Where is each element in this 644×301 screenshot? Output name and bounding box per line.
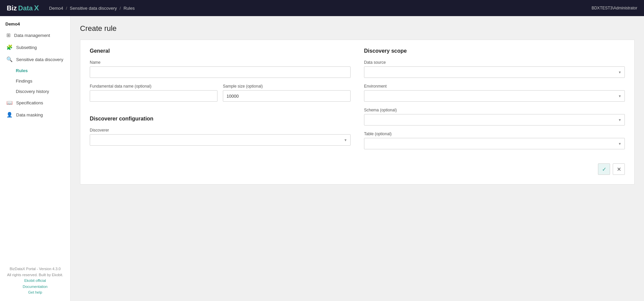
sidebar: Demo4 ⊞ Data management 🧩 Subsetting 🔍 S… (0, 16, 71, 301)
fundamental-data-name-group: Fundamental data name (optional) (90, 84, 217, 102)
sidebar-item-rules[interactable]: Rules (0, 65, 70, 76)
sidebar-item-subsetting[interactable]: 🧩 Subsetting (0, 41, 70, 53)
breadcrumb-demo4[interactable]: Demo4 (49, 6, 63, 11)
breadcrumb-sep-1: / (66, 6, 67, 11)
confirm-icon: ✓ (602, 166, 606, 172)
app-logo: BizDataX (7, 4, 39, 12)
form-actions: ✓ ✕ (90, 163, 625, 175)
sidebar-footer: BizDataX Portal - Version 4.3.0 All righ… (0, 261, 70, 301)
name-group: Name (90, 60, 351, 78)
environment-label: Environment (364, 84, 625, 89)
sidebar-project-title: Demo4 (0, 16, 70, 29)
sidebar-item-label-subsetting: Subsetting (16, 45, 37, 50)
environment-select-wrap: ▼ (364, 90, 625, 102)
sample-size-group: Sample size (optional) (223, 84, 351, 102)
data-source-group: Data source ▼ (364, 60, 625, 78)
table-select[interactable] (364, 138, 625, 149)
discoverer-select[interactable] (90, 134, 351, 146)
sidebar-item-label-discovery-history: Discovery history (16, 89, 49, 94)
discoverer-group: Discoverer ▼ (90, 128, 351, 146)
sidebar-item-label-sensitive-data: Sensitive data discovery (16, 57, 63, 62)
general-section-title: General (90, 48, 351, 54)
top-navigation: BizDataX Demo4 / Sensitive data discover… (0, 0, 644, 16)
environment-group: Environment ▼ (364, 84, 625, 102)
schema-label: Schema (optional) (364, 108, 625, 112)
fundamental-data-name-label: Fundamental data name (optional) (90, 84, 217, 89)
table-label: Table (optional) (364, 132, 625, 136)
main-content: Create rule General Name Fundamental dat… (71, 16, 644, 301)
logo-data: Data (18, 4, 33, 12)
sidebar-item-label-rules: Rules (16, 68, 28, 73)
data-source-select[interactable] (364, 66, 625, 78)
footer-link-get-help[interactable]: Get help (5, 290, 65, 296)
specifications-icon: 📖 (6, 100, 13, 106)
breadcrumb-sensitive-data[interactable]: Sensitive data discovery (70, 6, 117, 11)
data-source-label: Data source (364, 60, 625, 65)
footer-rights: All rights reserved. Built by Ekobit. (5, 272, 65, 278)
schema-select-wrap: ▼ (364, 114, 625, 126)
logo-x: X (34, 4, 39, 12)
sidebar-item-label-data-management: Data management (14, 33, 50, 38)
footer-version: BizDataX Portal - Version 4.3.0 (5, 266, 65, 272)
page-title: Create rule (80, 24, 635, 33)
sidebar-item-label-findings: Findings (16, 79, 32, 84)
sidebar-item-data-management[interactable]: ⊞ Data management (0, 29, 70, 41)
sidebar-item-sensitive-data-discovery[interactable]: 🔍 Sensitive data discovery (0, 53, 70, 65)
discoverer-label: Discoverer (90, 128, 351, 133)
fundamental-data-name-input[interactable] (90, 90, 217, 102)
data-masking-icon: 👤 (6, 112, 13, 118)
subsetting-icon: 🧩 (6, 44, 13, 50)
name-label: Name (90, 60, 351, 65)
general-section: General Name Fundamental data name (opti… (90, 48, 351, 155)
sample-size-label: Sample size (optional) (223, 84, 351, 89)
discovery-scope-section: Discovery scope Data source ▼ Environmen… (364, 48, 625, 155)
table-select-wrap: ▼ (364, 138, 625, 149)
discoverer-select-wrap: ▼ (90, 134, 351, 146)
data-source-select-wrap: ▼ (364, 66, 625, 78)
sidebar-item-findings[interactable]: Findings (0, 76, 70, 86)
discoverer-config-title: Discoverer configuration (90, 116, 351, 122)
sample-size-input[interactable] (223, 90, 351, 102)
footer-link-documentation[interactable]: Documentation (5, 284, 65, 290)
discoverer-config-section: Discoverer configuration Discoverer ▼ (90, 116, 351, 146)
breadcrumb: Demo4 / Sensitive data discovery / Rules (49, 6, 135, 11)
table-group: Table (optional) ▼ (364, 132, 625, 149)
name-input[interactable] (90, 66, 351, 78)
schema-group: Schema (optional) ▼ (364, 108, 625, 126)
sidebar-item-data-masking[interactable]: 👤 Data masking (0, 109, 70, 121)
breadcrumb-sep-2: / (120, 6, 121, 11)
sidebar-item-label-specifications: Specifications (16, 100, 43, 105)
logo-biz: Biz (7, 4, 17, 12)
data-management-icon: ⊞ (6, 32, 11, 38)
schema-select[interactable] (364, 114, 625, 126)
cancel-button[interactable]: ✕ (613, 163, 625, 175)
footer-link-ekobit[interactable]: Ekobit official (5, 278, 65, 284)
sidebar-item-label-data-masking: Data masking (16, 112, 43, 117)
sidebar-item-discovery-history[interactable]: Discovery history (0, 86, 70, 97)
cancel-icon: ✕ (617, 166, 621, 172)
confirm-button[interactable]: ✓ (598, 163, 610, 175)
create-rule-form: General Name Fundamental data name (opti… (80, 40, 635, 185)
breadcrumb-rules[interactable]: Rules (123, 6, 134, 11)
user-info: BDXTEST3\Administrator (592, 6, 637, 10)
discovery-scope-title: Discovery scope (364, 48, 625, 54)
sensitive-data-icon: 🔍 (6, 56, 13, 62)
environment-select[interactable] (364, 90, 625, 102)
sidebar-item-specifications[interactable]: 📖 Specifications (0, 97, 70, 109)
